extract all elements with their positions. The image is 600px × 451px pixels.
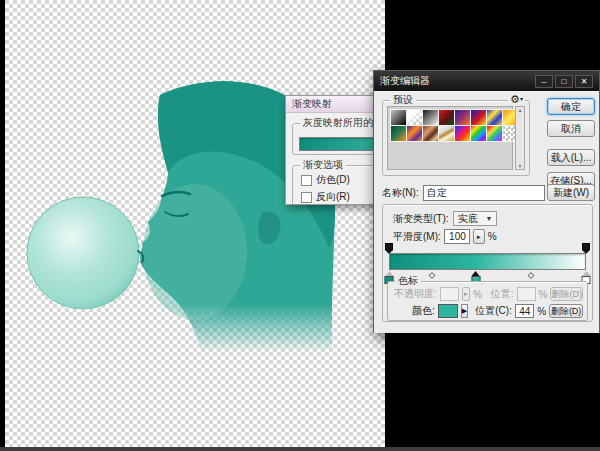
preset-grid [391, 110, 509, 141]
gradient-preset-spectrum-blue-red-yellow[interactable] [455, 126, 470, 141]
bubble-shape [27, 197, 139, 309]
name-label: 名称(N): [382, 186, 419, 200]
color-stop-row: 颜色: ▶ 位置(C): 44 % 删除(D) [394, 304, 583, 318]
location-input[interactable]: 44 [515, 304, 534, 318]
reverse-checkbox[interactable] [301, 192, 312, 203]
midpoint-marker[interactable] [527, 272, 534, 279]
close-icon[interactable]: ✕ [575, 75, 593, 88]
gradient-settings-group: 渐变类型(T): 实底 ▼ 平滑度(M): 100 ▸ % [382, 204, 593, 322]
smoothness-row: 平滑度(M): 100 ▸ % [393, 229, 497, 244]
location-label-disabled: 位置: [491, 287, 514, 301]
gradient-preset-black-white[interactable] [423, 110, 438, 125]
smoothness-label: 平滑度(M): [393, 230, 441, 244]
gear-icon[interactable]: ⚙▾ [508, 93, 525, 106]
gradient-type-label: 渐变类型(T): [393, 212, 449, 226]
ok-button[interactable]: 确定 [547, 98, 595, 115]
dither-label: 仿色(D) [316, 173, 350, 187]
smoothness-input[interactable]: 100 [444, 229, 470, 244]
reverse-checkbox-row[interactable]: 反向(R) [301, 190, 350, 204]
gradient-preset-violet-orange-stripe[interactable] [407, 126, 422, 141]
load-button[interactable]: 载入(L)... [547, 149, 595, 166]
presets-group: 预设 ⚙▾ ▲ ▼ [382, 100, 530, 176]
color-flyout-icon[interactable]: ▶ [461, 304, 469, 318]
location-c-label: 位置(C): [475, 304, 512, 318]
face-highlight [143, 184, 247, 320]
gradient-editor-title: 渐变编辑器 [380, 74, 533, 88]
location-input-disabled [517, 287, 536, 301]
smoothness-percent: % [488, 231, 497, 242]
map-options-group-label: 渐变选项 [300, 159, 346, 171]
name-input[interactable]: 自定 [423, 185, 545, 201]
presets-label: 预设 [390, 94, 416, 106]
photo-layer [5, 0, 385, 447]
minimize-icon[interactable]: – [535, 75, 553, 88]
gradient-preset-rainbow[interactable] [471, 126, 486, 141]
dither-checkbox[interactable] [301, 175, 312, 186]
stops-group: 色标 不透明度: ▸ % 位置: % 删除(D) 颜色: ▶ [387, 281, 588, 321]
gradient-preset-copper[interactable] [423, 126, 438, 141]
location-percent: % [537, 306, 546, 317]
opacity-stop-row: 不透明度: ▸ % 位置: % 删除(D) [394, 287, 583, 301]
preset-list [387, 106, 513, 170]
midpoint-marker[interactable] [429, 272, 436, 279]
new-button[interactable]: 新建(W) [547, 184, 595, 201]
gradient-preview-bar[interactable] [389, 253, 586, 270]
delete-opacity-button: 删除(D) [550, 287, 583, 301]
gradient-preset-green-orange[interactable] [391, 126, 406, 141]
photoshop-workspace: 渐变映射 灰度映射所用的渐变 渐变选项 仿色(D) 反向(R) 渐 [0, 0, 600, 451]
color-swatch[interactable] [438, 304, 458, 318]
gradient-editor-dialog: 渐变编辑器 – □ ✕ 预设 ⚙▾ ▲ ▼ 确定 取消 [373, 70, 600, 333]
gradient-preset-blue-red-yellow[interactable] [471, 110, 486, 125]
delete-color-button[interactable]: 删除(D) [549, 304, 583, 318]
scroll-up-icon[interactable]: ▲ [518, 107, 523, 113]
gradient-preset-transparent-rainbow[interactable] [487, 126, 502, 141]
gradient-type-select[interactable]: 实底 ▼ [453, 211, 498, 226]
location-percent-disabled: % [539, 289, 548, 300]
presets-scrollbar[interactable]: ▲ ▼ [515, 106, 525, 170]
gradient-preset-foreground-to-transparent[interactable] [407, 110, 422, 125]
cancel-button[interactable]: 取消 [547, 120, 595, 137]
scroll-down-icon[interactable]: ▼ [518, 163, 523, 169]
gradient-type-row: 渐变类型(T): 实底 ▼ [393, 211, 497, 226]
dither-checkbox-row[interactable]: 仿色(D) [301, 173, 350, 187]
window-bottom-edge [0, 447, 600, 451]
smoothness-spinner-icon[interactable]: ▸ [473, 229, 485, 244]
opacity-percent: % [473, 289, 482, 300]
chevron-down-icon: ▼ [486, 215, 493, 222]
gradient-preset-red-green[interactable] [439, 110, 454, 125]
stops-group-label: 色标 [395, 275, 421, 287]
gradient-preset-foreground-to-background[interactable] [391, 110, 406, 125]
opacity-label: 不透明度: [394, 287, 437, 301]
name-row: 名称(N): 自定 新建(W) [382, 184, 595, 201]
gradient-preset-chrome[interactable] [439, 126, 454, 141]
maximize-icon[interactable]: □ [555, 75, 573, 88]
opacity-input [440, 287, 459, 301]
document-canvas[interactable] [5, 0, 385, 447]
gradient-preset-violet-orange[interactable] [455, 110, 470, 125]
dialog-buttons: 确定 取消 载入(L)... 存储(S)... [547, 98, 595, 189]
gradient-map-title: 渐变映射 [292, 97, 332, 111]
color-label: 颜色: [412, 304, 435, 318]
gradient-preset-blue-yellow-blue[interactable] [487, 110, 502, 125]
opacity-spinner-icon: ▸ [462, 287, 470, 301]
reverse-label: 反向(R) [316, 190, 350, 204]
opacity-stops-row[interactable] [389, 243, 586, 253]
gradient-editor-titlebar[interactable]: 渐变编辑器 – □ ✕ [374, 71, 599, 91]
gradient-type-value: 实底 [458, 212, 478, 226]
